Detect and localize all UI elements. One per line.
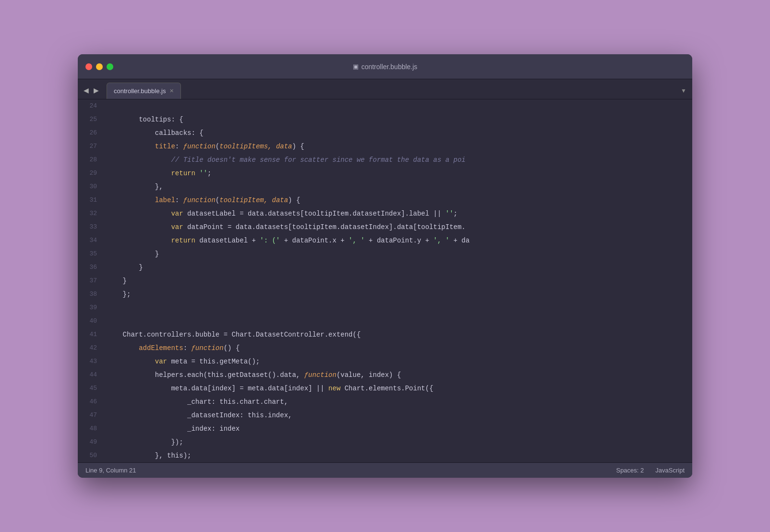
tabbar: ◀ ▶ controller.bubble.js ✕ ▼ [78,79,692,99]
code-editor[interactable]: 24 25 tooltips: { 26 callbacks: { 27 tit… [78,99,692,462]
code-line-35: 35 } [78,247,692,261]
indentation-type[interactable]: Spaces: 2 [616,467,644,474]
code-line-47: 47 _datasetIndex: this.index, [78,409,692,422]
tab-dropdown-icon[interactable]: ▼ [681,87,686,94]
status-left: Line 9, Column 21 [85,467,136,474]
code-line-46: 46 _chart: this.chart.chart, [78,395,692,409]
editor-window: ▣ controller.bubble.js ◀ ▶ controller.bu… [78,54,692,478]
window-controls [85,63,113,70]
nav-back-arrow[interactable]: ◀ [82,85,91,95]
cursor-position: Line 9, Column 21 [85,467,136,474]
maximize-button[interactable] [107,63,113,70]
code-line-31: 31 label: ƒunction(tooltipItem, data) { [78,193,692,207]
nav-forward-arrow[interactable]: ▶ [92,85,101,95]
code-line-28: 28 // Title doesn't make sense for scatt… [78,153,692,167]
close-button[interactable] [85,63,92,70]
titlebar-filename: controller.bubble.js [361,63,418,71]
code-line-45: 45 meta.data[index] = meta.data[index] |… [78,382,692,395]
code-line-33: 33 var dataPoint = data.datasets[tooltip… [78,220,692,234]
minimize-button[interactable] [96,63,103,70]
code-line-26: 26 callbacks: { [78,126,692,140]
code-line-25: 25 tooltips: { [78,113,692,126]
nav-arrows: ◀ ▶ [82,85,101,95]
language-mode[interactable]: JavaScript [655,467,685,474]
code-line-49: 49 }); [78,435,692,449]
code-line-40: 40 [78,314,692,328]
code-line-39: 39 [78,301,692,314]
file-icon: ▣ [353,63,359,70]
code-line-36: 36 } [78,261,692,274]
code-line-27: 27 title: ƒunction(tooltipItems, data) { [78,140,692,153]
code-line-42: 42 addElements: ƒunction() { [78,341,692,355]
code-line-34: 34 return datasetLabel + ': (' + dataPoi… [78,234,692,247]
code-line-32: 32 var datasetLabel = data.datasets[tool… [78,207,692,220]
code-line-41: 41 Chart.controllers.bubble = Chart.Data… [78,328,692,341]
code-line-43: 43 var meta = this.getMeta(); [78,355,692,368]
status-right: Spaces: 2 JavaScript [616,467,685,474]
code-line-48: 48 _index: index [78,422,692,435]
code-line-24: 24 [78,99,692,113]
code-line-50: 50 }, this); [78,449,692,462]
code-line-30: 30 }, [78,180,692,193]
code-line-37: 37 } [78,274,692,288]
code-line-29: 29 return ''; [78,167,692,180]
tab-close-button[interactable]: ✕ [169,88,174,94]
titlebar-title: ▣ controller.bubble.js [353,63,418,71]
code-line-44: 44 helpers.each(this.getDataset().data, … [78,368,692,382]
active-tab[interactable]: controller.bubble.js ✕ [107,83,181,99]
tab-label: controller.bubble.js [114,87,166,95]
statusbar: Line 9, Column 21 Spaces: 2 JavaScript [78,462,692,478]
titlebar: ▣ controller.bubble.js [78,54,692,79]
code-line-38: 38 }; [78,288,692,301]
